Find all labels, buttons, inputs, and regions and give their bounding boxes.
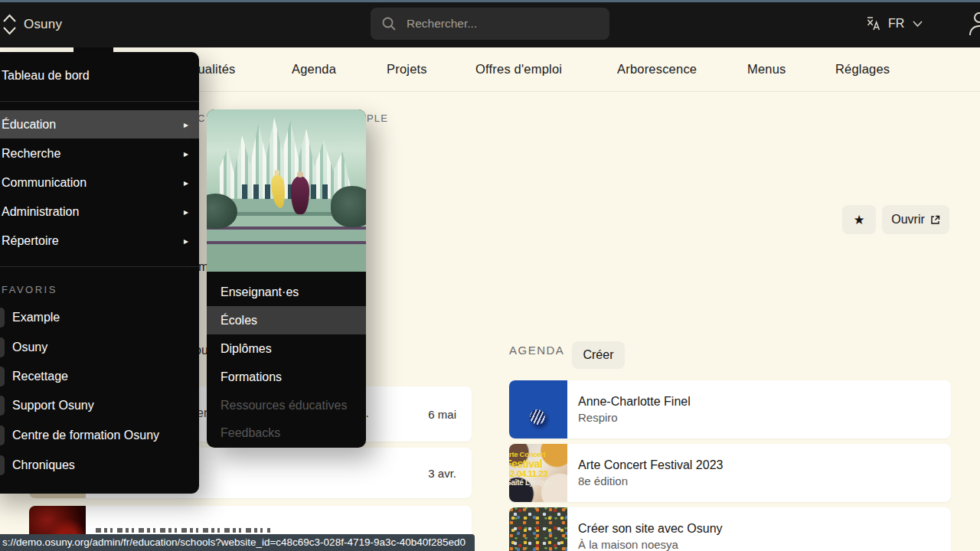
page-header-fragment-right: PLE — [367, 112, 388, 124]
post-date: 6 mai — [428, 408, 456, 421]
menu-item-education[interactable]: Éducation ▸ — [0, 110, 199, 139]
account-menu[interactable] — [966, 10, 980, 37]
search-icon — [381, 16, 397, 31]
browser-top-strip — [0, 0, 980, 2]
event-thumbnail — [509, 507, 567, 551]
language-selector[interactable]: FR — [865, 0, 923, 47]
event-subtitle: Respiro — [578, 411, 618, 424]
chevron-right-icon: ▸ — [184, 236, 188, 246]
translate-icon — [865, 15, 882, 33]
event-title: Arte Concert Festival 2023 — [578, 458, 723, 472]
agenda-create-button[interactable]: Créer — [572, 341, 625, 369]
nav-item-offres-emploi[interactable]: Offres d'emploi — [475, 62, 562, 77]
nav-item-agenda[interactable]: Agenda — [292, 62, 336, 77]
event-thumbnail — [509, 380, 567, 439]
event-subtitle: À la maison noesya — [578, 538, 678, 551]
menu-item-recherche[interactable]: Recherche ▸ — [0, 139, 199, 168]
nav-item-arborescence[interactable]: Arborescence — [617, 62, 697, 77]
agenda-event-card[interactable]: Anne-Charlotte Finel Respiro — [509, 380, 951, 439]
chevron-right-icon: ▸ — [184, 148, 188, 159]
post-date: 3 avr. — [428, 467, 456, 480]
favorite-star-button[interactable]: ★ — [842, 205, 876, 234]
star-icon: ★ — [853, 212, 864, 228]
link-url-statusbar: s://demo.osuny.org/admin/fr/education/sc… — [0, 534, 475, 551]
menu-divider — [0, 266, 199, 267]
search-input[interactable] — [405, 16, 584, 31]
osuny-logo-icon — [2, 11, 18, 38]
menu-item-tableau-de-bord[interactable]: Tableau de bord — [0, 61, 199, 90]
event-subtitle: 8e édition — [578, 474, 628, 487]
favorite-item-example[interactable]: E Example — [0, 303, 199, 332]
admin-main-menu: Tableau de bord Éducation ▸ Recherche ▸ … — [0, 52, 199, 494]
agenda-event-card[interactable]: Créer son site avec Osuny À la maison no… — [509, 507, 951, 551]
menu-item-administration[interactable]: Administration ▸ — [0, 197, 199, 226]
create-button-label: Créer — [583, 348, 613, 362]
letter-badge: C — [0, 425, 5, 445]
education-submenu: Enseignant·es Écoles Diplômes Formations… — [207, 109, 366, 448]
nav-item-menus[interactable]: Menus — [747, 62, 786, 77]
submenu-item-formations[interactable]: Formations — [207, 363, 366, 391]
striped-ball-image — [530, 409, 545, 425]
chevron-right-icon: ▸ — [184, 178, 188, 188]
event-title: Anne-Charlotte Finel — [578, 395, 691, 409]
language-code: FR — [888, 17, 904, 31]
clipped-text-fragment — [96, 528, 270, 533]
submenu-item-feedbacks: Feedbacks — [207, 419, 366, 447]
chevron-down-icon — [912, 20, 923, 28]
submenu-item-ecoles[interactable]: Écoles — [207, 306, 366, 334]
letter-badge: S — [0, 396, 5, 416]
menu-divider — [0, 101, 199, 102]
chevron-right-icon: ▸ — [184, 119, 188, 130]
favorite-item-recettage[interactable]: R Recettage — [0, 362, 199, 391]
favorite-item-support-osuny[interactable]: S Support Osuny — [0, 391, 199, 420]
favorite-item-centre-formation[interactable]: C Centre de formation Osuny — [0, 421, 199, 450]
global-search[interactable] — [371, 8, 609, 40]
menu-item-communication[interactable]: Communication ▸ — [0, 168, 199, 197]
open-website-button[interactable]: Ouvrir — [882, 205, 949, 234]
menu-item-repertoire[interactable]: Répertoire ▸ — [0, 227, 199, 255]
brand-logo[interactable]: Osuny — [2, 11, 62, 38]
open-button-label: Ouvrir — [891, 213, 925, 227]
agenda-event-card[interactable]: arte Concert Festival 02-04.11.23 Gaîté … — [509, 444, 951, 502]
nav-item-reglages[interactable]: Réglages — [835, 62, 890, 77]
poster-text: arte Concert Festival 02-04.11.23 Gaîté … — [509, 451, 567, 487]
favorites-section-title: FAVORIS — [2, 284, 57, 295]
chevron-right-icon: ▸ — [184, 207, 188, 217]
letter-badge: E — [0, 308, 5, 328]
event-thumbnail: arte Concert Festival 02-04.11.23 Gaîté … — [509, 444, 567, 502]
letter-badge: R — [0, 367, 5, 386]
brand-name: Osuny — [24, 17, 62, 32]
letter-badge: O — [0, 337, 5, 357]
agenda-section-title: AGENDA — [509, 344, 564, 357]
submenu-item-enseignants[interactable]: Enseignant·es — [207, 278, 366, 306]
nav-item-projets[interactable]: Projets — [387, 62, 427, 77]
admin-topbar: Osuny FR — [0, 0, 980, 47]
submenu-item-diplomes[interactable]: Diplômes — [207, 334, 366, 363]
education-illustration-image — [207, 109, 366, 272]
person-icon — [966, 10, 980, 37]
favorite-item-chroniques[interactable]: C Chroniques — [0, 451, 199, 480]
letter-badge: C — [0, 455, 5, 475]
event-title: Créer son site avec Osuny — [578, 522, 723, 536]
external-link-icon — [930, 215, 940, 225]
favorite-item-osuny[interactable]: O Osuny — [0, 333, 199, 362]
submenu-item-ressources-educatives: Ressources éducatives — [207, 391, 366, 419]
